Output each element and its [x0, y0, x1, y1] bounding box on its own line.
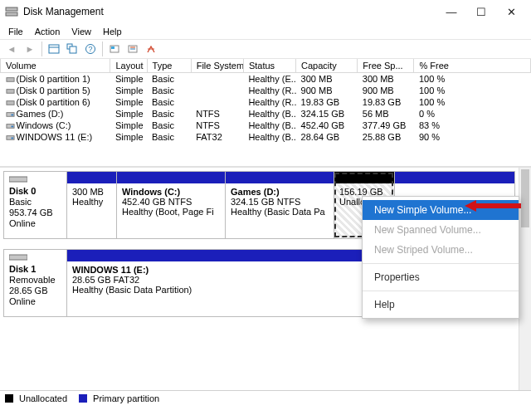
cell: Healthy (R...	[243, 85, 295, 96]
toolbar-btn-5[interactable]	[143, 42, 159, 57]
cell: Healthy (R...	[243, 96, 295, 108]
separator	[102, 42, 103, 56]
partition-stripe	[117, 172, 225, 183]
toolbar-btn-4[interactable]	[124, 42, 141, 57]
legend: UnallocatedPrimary partition	[0, 390, 531, 405]
svg-rect-14	[6, 90, 13, 94]
menu-bar: FileActionViewHelp	[0, 23, 531, 39]
menu-view[interactable]: View	[66, 26, 96, 37]
column-header[interactable]: Capacity	[296, 59, 358, 73]
disk-header[interactable]: Disk 0Basic953.74 GBOnline	[4, 172, 67, 238]
cell: Simple	[110, 108, 147, 120]
partition[interactable]: Windows (C:)452.40 GB NTFSHealthy (Boot,…	[116, 172, 225, 238]
cell: 100 %	[414, 73, 531, 85]
context-menu: New Simple Volume...New Spanned Volume..…	[362, 196, 519, 319]
toolbar-btn-3[interactable]	[106, 42, 123, 57]
cell: 300 MB	[358, 73, 414, 85]
toolbar: ◄ ► ?	[0, 39, 531, 59]
partition[interactable]: 300 MBHealthy	[67, 172, 116, 238]
cell: NTFS	[191, 108, 243, 120]
svg-rect-13	[6, 78, 13, 82]
cell: Healthy (E...	[243, 73, 295, 85]
volume-row[interactable]: (Disk 0 partition 6)SimpleBasicHealthy (…	[1, 96, 531, 108]
volume-list: VolumeLayoutTypeFile SystemStatusCapacit…	[0, 59, 531, 167]
cell: 452.40 GB	[296, 120, 358, 131]
svg-rect-1	[6, 12, 17, 16]
volume-row[interactable]: Windows (C:)SimpleBasicNTFSHealthy (B...…	[1, 120, 531, 131]
column-header[interactable]: Type	[147, 59, 191, 73]
menu-file[interactable]: File	[3, 26, 28, 37]
volume-row[interactable]: Games (D:)SimpleBasicNTFSHealthy (B...32…	[1, 108, 531, 120]
menu-action[interactable]: Action	[30, 26, 66, 37]
cell: Basic	[147, 73, 191, 85]
close-button[interactable]: ✕	[496, 6, 526, 18]
svg-rect-23	[9, 255, 27, 260]
cell: Simple	[110, 131, 147, 143]
disk-icon	[9, 175, 27, 183]
volume-row[interactable]: (Disk 0 partition 1)SimpleBasicHealthy (…	[1, 73, 531, 85]
disk-state: Online	[9, 296, 61, 306]
column-header[interactable]: File System	[191, 59, 243, 73]
maximize-button[interactable]: ☐	[466, 6, 496, 18]
cell: Simple	[110, 85, 147, 96]
svg-rect-21	[11, 138, 13, 139]
partition-stripe	[395, 172, 514, 183]
cell: 83 %	[414, 120, 531, 131]
context-menu-item[interactable]: Help	[363, 295, 519, 315]
back-button[interactable]: ◄	[3, 42, 20, 57]
cell: (Disk 0 partition 6)	[1, 96, 110, 108]
cell: Basic	[147, 131, 191, 143]
cell: 300 MB	[296, 73, 358, 85]
scrollbar-thumb[interactable]	[521, 169, 529, 227]
column-header[interactable]: Status	[243, 59, 295, 73]
svg-rect-15	[6, 101, 13, 105]
legend-label: Unallocated	[19, 393, 67, 403]
cell: Basic	[147, 120, 191, 131]
partition-name: Games (D:)	[231, 187, 329, 197]
context-menu-item[interactable]: Properties	[363, 267, 519, 287]
toolbar-btn-1[interactable]	[46, 42, 62, 57]
partition-status: Healthy (Boot, Page Fi	[122, 207, 220, 217]
cell: 900 MB	[358, 85, 414, 96]
legend-swatch	[5, 394, 13, 403]
partition-size: 452.40 GB NTFS	[122, 197, 220, 207]
cell: 28.64 GB	[296, 131, 358, 143]
cell	[191, 96, 243, 108]
column-header[interactable]: Volume	[1, 59, 110, 73]
partition-stripe	[334, 172, 394, 183]
disk-icon	[9, 253, 27, 261]
svg-rect-5	[70, 46, 76, 53]
partition-size: 324.15 GB NTFS	[231, 197, 329, 207]
forward-button[interactable]: ►	[22, 42, 38, 57]
app-icon	[5, 5, 18, 18]
volume-row[interactable]: (Disk 0 partition 5)SimpleBasicHealthy (…	[1, 85, 531, 96]
disk-size: 953.74 GB	[9, 208, 61, 217]
menu-help[interactable]: Help	[98, 26, 127, 37]
context-menu-item[interactable]: New Simple Volume...	[363, 200, 519, 220]
vertical-scrollbar[interactable]	[519, 168, 531, 390]
cell: Healthy (B...	[243, 108, 295, 120]
help-icon[interactable]: ?	[82, 42, 99, 57]
disk-header[interactable]: Disk 1Removable28.65 GBOnline	[4, 250, 67, 316]
cell: 377.49 GB	[358, 120, 414, 131]
volume-row[interactable]: WINDOWS 11 (E:)SimpleBasicFAT32Healthy (…	[1, 131, 531, 143]
svg-rect-22	[9, 177, 27, 182]
disk-kind: Removable	[9, 275, 61, 285]
partition[interactable]: Games (D:)324.15 GB NTFSHealthy (Basic D…	[225, 172, 334, 238]
cell: 100 %	[414, 96, 531, 108]
disk-kind: Basic	[9, 197, 61, 207]
cell: 19.83 GB	[296, 96, 358, 108]
column-header[interactable]: % Free	[414, 59, 531, 73]
cell: Games (D:)	[1, 108, 110, 120]
cell: 19.83 GB	[358, 96, 414, 108]
partition-stripe	[226, 172, 334, 183]
partition-status: Healthy	[72, 197, 111, 207]
partition-name: Windows (C:)	[122, 187, 220, 197]
cell: Simple	[110, 73, 147, 85]
column-header[interactable]: Free Sp...	[358, 59, 414, 73]
svg-rect-17	[11, 115, 13, 116]
cell: 0 %	[414, 108, 531, 120]
column-header[interactable]: Layout	[110, 59, 147, 73]
minimize-button[interactable]: —	[436, 6, 466, 18]
toolbar-btn-2[interactable]	[64, 42, 80, 57]
